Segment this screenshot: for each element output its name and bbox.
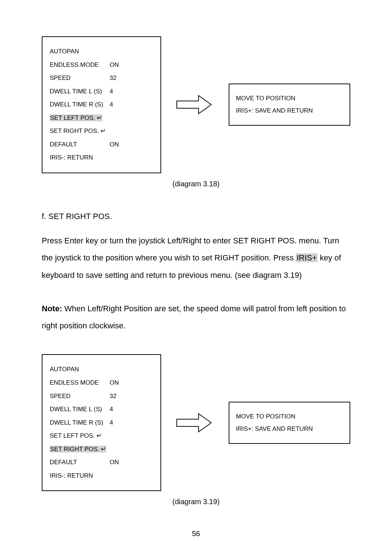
arrow-right-icon xyxy=(175,92,215,117)
arrow-cell xyxy=(174,410,216,436)
arrow-cell xyxy=(174,92,216,117)
menu-value: 4 xyxy=(110,98,113,112)
section-heading: f. SET RIGHT POS. xyxy=(42,212,350,221)
menu-set-right-highlighted: SET RIGHT POS. ↵ xyxy=(50,443,110,456)
diagram-caption: (diagram 3.18) xyxy=(42,180,350,188)
menu-label: DWELL TIME L (S) xyxy=(50,85,110,98)
menu-value: ON xyxy=(110,58,119,72)
info-line: IRIS+: SAVE AND RETURN xyxy=(236,105,343,117)
info-box-1: MOVE TO POSITION IRIS+: SAVE AND RETURN xyxy=(229,84,350,126)
note-paragraph: Note: When Left/Right Position are set, … xyxy=(42,300,350,335)
menu-title: AUTOPAN xyxy=(50,363,110,376)
info-wrapper: MOVE TO POSITION IRIS+: SAVE AND RETURN xyxy=(229,41,350,168)
info-line: MOVE TO POSITION xyxy=(236,410,343,423)
info-line: IRIS+: SAVE AND RETURN xyxy=(236,423,343,435)
menu-label: DEFAULT xyxy=(50,138,110,151)
menu-return: IRIS-: RETURN xyxy=(50,469,110,483)
menu-label: DWELL TIME L (S) xyxy=(50,403,110,416)
menu-return: IRIS-: RETURN xyxy=(50,151,110,165)
menu-label: DWELL TIME R (S) xyxy=(50,416,110,430)
enter-icon: ↵ xyxy=(101,127,106,134)
menu-value: 32 xyxy=(110,72,117,85)
note-label: Note: xyxy=(42,304,62,313)
enter-icon: ↵ xyxy=(97,432,102,439)
info-line: MOVE TO POSITION xyxy=(236,92,343,105)
arrow-right-icon xyxy=(175,410,215,436)
menu-box-2: AUTOPAN ENDLESS MODE ON SPEED 32 DWELL T… xyxy=(42,354,161,491)
menu-value: 4 xyxy=(110,416,113,430)
diagram-row-1: AUTOPAN ENDLESS MODE ON SPEED 32 DWELL T… xyxy=(42,36,350,173)
menu-value: 32 xyxy=(110,390,117,403)
info-wrapper: MOVE TO POSITION IRIS+: SAVE AND RETURN xyxy=(229,359,350,486)
menu-set-right: SET RIGHT POS. ↵ xyxy=(50,125,110,138)
info-box-2: MOVE TO POSITION IRIS+: SAVE AND RETURN xyxy=(229,402,350,444)
menu-set-left: SET LEFT POS. ↵ xyxy=(50,429,110,443)
menu-box-1: AUTOPAN ENDLESS MODE ON SPEED 32 DWELL T… xyxy=(42,36,161,173)
menu-label: SPEED xyxy=(50,390,110,403)
diagram-caption: (diagram 3.19) xyxy=(42,498,350,506)
page-number: 56 xyxy=(42,530,350,538)
menu-title: AUTOPAN xyxy=(50,45,110,58)
menu-label: ENDLESS MODE xyxy=(50,376,110,390)
menu-value: ON xyxy=(110,138,119,151)
iris-plus-highlight: IRIS+ xyxy=(296,253,318,262)
menu-value: 4 xyxy=(110,85,113,98)
body-paragraph: Press Enter key or turn the joystick Lef… xyxy=(42,232,350,284)
menu-value: ON xyxy=(110,376,119,390)
menu-value: 4 xyxy=(110,403,113,416)
diagram-row-2: AUTOPAN ENDLESS MODE ON SPEED 32 DWELL T… xyxy=(42,354,350,491)
menu-label: ENDLESS MODE xyxy=(50,58,110,72)
enter-icon: ↵ xyxy=(97,114,102,121)
menu-label: SPEED xyxy=(50,72,110,85)
menu-label: DEFAULT xyxy=(50,456,110,469)
menu-set-left-highlighted: SET LEFT POS. ↵ xyxy=(50,112,110,125)
menu-label: DWELL TIME R (S) xyxy=(50,98,110,112)
menu-value: ON xyxy=(110,456,119,469)
enter-icon: ↵ xyxy=(101,446,106,453)
